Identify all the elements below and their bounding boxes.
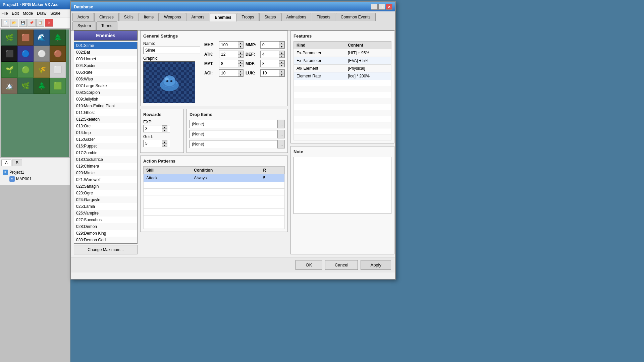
action-col-condition: Condition bbox=[191, 167, 260, 174]
list-item[interactable]: 004:Spider bbox=[74, 62, 137, 69]
feature-row[interactable]: Atk Element [Physical] bbox=[294, 65, 391, 72]
list-item[interactable]: 005:Rate bbox=[74, 69, 137, 76]
exp-down[interactable]: ▼ bbox=[162, 129, 167, 132]
list-item[interactable]: 025:Lamia bbox=[74, 203, 137, 210]
feature-row[interactable]: Ex-Parameter [EVA] + 5% bbox=[294, 57, 391, 65]
gold-down[interactable]: ▼ bbox=[162, 143, 167, 147]
agi-input[interactable] bbox=[219, 70, 238, 76]
tab-actors[interactable]: Actors bbox=[72, 13, 94, 21]
list-item[interactable]: 022:Sahagin bbox=[74, 183, 137, 190]
list-item[interactable]: 008:Scorpion bbox=[74, 89, 137, 96]
list-item[interactable]: 012:Skeleton bbox=[74, 116, 137, 123]
drop-item-1-button[interactable]: … bbox=[277, 120, 285, 128]
exp-up[interactable]: ▲ bbox=[162, 125, 167, 129]
list-item[interactable]: 002:Bat bbox=[74, 49, 137, 56]
luk-input[interactable] bbox=[261, 70, 279, 76]
tab-states[interactable]: States bbox=[259, 13, 281, 21]
drop-item-3-select[interactable]: (None) bbox=[190, 140, 277, 148]
maximize-button[interactable]: □ bbox=[378, 4, 385, 10]
list-item[interactable]: 016:Puppet bbox=[74, 143, 137, 149]
tab-common-events[interactable]: Common Events bbox=[336, 13, 376, 21]
feature-row[interactable]: Ex-Parameter [HIT] + 95% bbox=[294, 49, 391, 57]
list-item[interactable]: 030:Demon God bbox=[74, 237, 137, 243]
note-textarea[interactable] bbox=[293, 157, 391, 214]
list-item[interactable]: 015:Gazer bbox=[74, 136, 137, 143]
list-item[interactable]: 017:Zombie bbox=[74, 149, 137, 156]
mat-up[interactable]: ▲ bbox=[238, 60, 243, 64]
atk-up[interactable]: ▲ bbox=[238, 51, 243, 54]
mat-input[interactable] bbox=[219, 60, 238, 67]
tab-troops[interactable]: Troops bbox=[237, 13, 259, 21]
list-item[interactable]: 029:Demon King bbox=[74, 230, 137, 237]
list-item[interactable]: 019:Chimera bbox=[74, 163, 137, 170]
agi-up[interactable]: ▲ bbox=[238, 70, 243, 73]
atk-input[interactable] bbox=[219, 51, 238, 58]
luk-down[interactable]: ▼ bbox=[279, 73, 284, 76]
list-item[interactable]: 021:Werewolf bbox=[74, 176, 137, 183]
agi-down[interactable]: ▼ bbox=[238, 73, 243, 76]
list-item[interactable]: 014:Imp bbox=[74, 129, 137, 136]
list-item[interactable]: 007:Large Snake bbox=[74, 82, 137, 89]
list-item[interactable]: 028:Demon bbox=[74, 223, 137, 230]
tab-weapons[interactable]: Weapons bbox=[159, 13, 186, 21]
def-up[interactable]: ▲ bbox=[279, 51, 284, 54]
list-item[interactable]: 010:Man-Eating Plant bbox=[74, 103, 137, 109]
list-item[interactable]: 001:Slime bbox=[74, 42, 137, 49]
gold-input[interactable] bbox=[144, 140, 162, 147]
action-row[interactable]: Attack Always 5 bbox=[144, 174, 285, 182]
stat-mat: MAT: ▲ ▼ bbox=[204, 60, 244, 67]
list-item[interactable]: 026:Vampire bbox=[74, 210, 137, 217]
list-item[interactable]: 023:Ogre bbox=[74, 190, 137, 196]
list-item[interactable]: 018:Cockatrice bbox=[74, 156, 137, 163]
tab-tilesets[interactable]: Tilesets bbox=[312, 13, 335, 21]
name-input[interactable] bbox=[143, 47, 200, 54]
luk-up[interactable]: ▲ bbox=[279, 70, 284, 73]
exp-input[interactable] bbox=[144, 125, 162, 132]
atk-down[interactable]: ▼ bbox=[238, 54, 243, 58]
list-item[interactable]: 024:Gargoyle bbox=[74, 196, 137, 203]
drop-item-2-button[interactable]: … bbox=[277, 130, 285, 138]
def-down[interactable]: ▼ bbox=[279, 54, 284, 58]
action-empty-row bbox=[144, 202, 285, 209]
graphic-preview[interactable] bbox=[143, 61, 195, 103]
gold-spinners: ▲ ▼ bbox=[162, 140, 167, 147]
change-maximum-button[interactable]: Change Maximum... bbox=[74, 245, 138, 254]
def-input[interactable] bbox=[261, 51, 279, 58]
drop-item-1-select[interactable]: (None) bbox=[190, 120, 277, 128]
list-item[interactable]: 003:Hornet bbox=[74, 56, 137, 62]
drop-item-2-select[interactable]: (None) bbox=[190, 130, 277, 138]
tab-animations[interactable]: Animations bbox=[281, 13, 311, 21]
list-item[interactable]: 011:Ghost bbox=[74, 109, 137, 116]
tab-items[interactable]: Items bbox=[139, 13, 159, 21]
minimize-button[interactable]: ─ bbox=[371, 4, 378, 10]
tab-system[interactable]: System bbox=[72, 21, 96, 30]
apply-button[interactable]: Apply bbox=[361, 260, 391, 270]
mat-down[interactable]: ▼ bbox=[238, 64, 243, 67]
tab-skills[interactable]: Skills bbox=[119, 13, 139, 21]
enemy-list-box[interactable]: 001:Slime 002:Bat 003:Hornet 004:Spider … bbox=[74, 42, 138, 244]
mmp-down[interactable]: ▼ bbox=[279, 45, 284, 48]
list-item[interactable]: 006:Wisp bbox=[74, 76, 137, 82]
list-item[interactable]: 020:Mimic bbox=[74, 170, 137, 176]
list-item[interactable]: 009:Jellyfish bbox=[74, 96, 137, 103]
mmp-up[interactable]: ▲ bbox=[279, 42, 284, 45]
mmp-input[interactable] bbox=[261, 42, 279, 48]
list-item[interactable]: 027:Succubus bbox=[74, 217, 137, 223]
tab-armors[interactable]: Armors bbox=[186, 13, 210, 21]
mhp-down[interactable]: ▼ bbox=[238, 45, 243, 48]
gold-up[interactable]: ▲ bbox=[162, 140, 167, 143]
cancel-button[interactable]: Cancel bbox=[325, 260, 358, 270]
tab-classes[interactable]: Classes bbox=[94, 13, 119, 21]
mdf-down[interactable]: ▼ bbox=[279, 64, 284, 67]
drop-item-3-button[interactable]: … bbox=[277, 140, 285, 148]
tab-terms[interactable]: Terms bbox=[96, 21, 117, 30]
mhp-up[interactable]: ▲ bbox=[238, 42, 243, 45]
mdf-input[interactable] bbox=[261, 60, 279, 67]
mdf-up[interactable]: ▲ bbox=[279, 60, 284, 64]
close-button[interactable]: ✕ bbox=[386, 4, 392, 10]
feature-row[interactable]: Element Rate [Ice] * 200% bbox=[294, 72, 391, 80]
ok-button[interactable]: OK bbox=[296, 260, 322, 270]
mhp-input[interactable] bbox=[219, 42, 238, 48]
tab-enemies[interactable]: Enemies bbox=[210, 13, 236, 21]
list-item[interactable]: 013:Orc bbox=[74, 123, 137, 129]
